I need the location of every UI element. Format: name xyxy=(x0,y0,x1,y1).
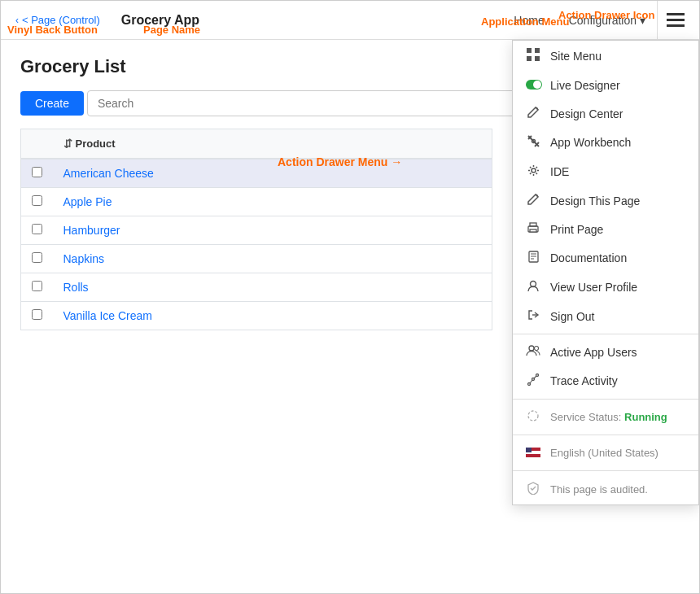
menu-item-label-view-user-profile: View User Profile xyxy=(550,281,637,294)
menu-item-documentation[interactable]: Documentation xyxy=(513,243,698,273)
flag-icon xyxy=(526,446,540,460)
svg-rect-9 xyxy=(535,56,540,61)
svg-point-11 xyxy=(533,81,541,89)
table-row: Apple Pie xyxy=(21,188,492,216)
menu-item-label-documentation: Documentation xyxy=(550,251,627,264)
row-checkbox[interactable] xyxy=(32,224,42,234)
table-row: American Cheese xyxy=(21,159,492,188)
product-link[interactable]: American Cheese xyxy=(63,167,154,180)
vinyl-back-button[interactable]: ‹ < Page (Control) xyxy=(7,11,108,29)
pencil-icon xyxy=(526,107,540,120)
product-link[interactable]: Napkins xyxy=(63,252,105,265)
create-button[interactable]: Create xyxy=(20,91,84,116)
menu-item-label-live-designer: Live Designer xyxy=(550,79,620,92)
menu-item-site-menu[interactable]: Site Menu xyxy=(513,41,698,71)
nav-home[interactable]: Home xyxy=(501,7,557,33)
toggle-icon xyxy=(526,78,540,92)
svg-point-27 xyxy=(535,347,539,351)
svg-line-31 xyxy=(530,380,532,383)
svg-rect-6 xyxy=(527,48,532,53)
nav-config-label: Configuration xyxy=(569,14,637,27)
user-icon xyxy=(526,280,540,295)
menu-item-label-trace-activity: Trace Activity xyxy=(550,374,618,387)
menu-item-active-app-users[interactable]: Active App Users xyxy=(513,338,698,366)
menu-item-app-workbench[interactable]: App Workbench xyxy=(513,128,698,157)
menu-item-label-app-workbench: App Workbench xyxy=(550,136,631,149)
menu-item-print-page[interactable]: Print Page xyxy=(513,215,698,243)
svg-rect-4 xyxy=(680,19,685,21)
product-link[interactable]: Rolls xyxy=(63,281,89,294)
table-row: Vanilla Ice Cream xyxy=(21,302,492,330)
svg-rect-37 xyxy=(526,448,532,452)
svg-point-33 xyxy=(528,411,538,421)
action-drawer-menu: Site MenuLive DesignerDesign CenterApp W… xyxy=(512,40,699,505)
row-checkbox[interactable] xyxy=(32,309,42,320)
menu-item-label-service-status: Service Status: Running xyxy=(550,411,667,423)
row-checkbox[interactable] xyxy=(32,252,42,263)
menu-item-view-user-profile[interactable]: View User Profile xyxy=(513,273,698,302)
grid-icon xyxy=(526,48,540,63)
printer-icon xyxy=(526,222,540,236)
page-name: Grocery App xyxy=(121,13,501,28)
back-btn-label: < Page (Control) xyxy=(22,14,100,26)
grocery-table: ⇵ Product American CheeseApple PieHambur… xyxy=(20,129,492,330)
svg-point-16 xyxy=(532,168,536,173)
edit-icon xyxy=(526,194,540,207)
product-link[interactable]: Vanilla Ice Cream xyxy=(63,309,152,322)
svg-rect-36 xyxy=(526,454,540,457)
topnav: ‹ < Page (Control) Grocery App Home Conf… xyxy=(1,1,699,40)
menu-item-label-language: English (United States) xyxy=(550,447,658,459)
row-checkbox[interactable] xyxy=(32,167,42,177)
product-col-label: Product xyxy=(76,138,116,150)
svg-rect-8 xyxy=(527,56,532,61)
status-icon xyxy=(526,410,540,424)
menu-item-design-center[interactable]: Design Center xyxy=(513,99,698,128)
table-row: Napkins xyxy=(21,245,492,273)
menu-item-label-site-menu: Site Menu xyxy=(550,50,602,63)
svg-point-26 xyxy=(529,346,534,351)
book-icon xyxy=(526,251,540,265)
table-row: Hamburger xyxy=(21,216,492,245)
nav-right: Home Configuration ▾ xyxy=(501,1,693,40)
search-input[interactable] xyxy=(87,90,559,116)
action-drawer-icon-button[interactable] xyxy=(657,1,693,40)
chevron-left-icon: ‹ xyxy=(15,15,19,26)
menu-item-language[interactable]: English (United States) xyxy=(513,439,698,467)
menu-item-label-design-center: Design Center xyxy=(550,107,623,120)
menu-item-label-design-this-page: Design This Page xyxy=(550,194,640,207)
users-icon xyxy=(526,345,540,359)
table-row: Rolls xyxy=(21,273,492,302)
menu-item-audited[interactable]: This page is audited. xyxy=(513,474,698,504)
gear-icon xyxy=(526,164,540,179)
menu-item-design-this-page[interactable]: Design This Page xyxy=(513,186,698,215)
nav-config-dropdown[interactable]: Configuration ▾ xyxy=(558,7,657,33)
hamburger-icon xyxy=(667,13,685,28)
product-link[interactable]: Apple Pie xyxy=(63,195,112,208)
row-checkbox[interactable] xyxy=(32,281,42,291)
svg-rect-5 xyxy=(680,24,685,27)
tools-icon xyxy=(526,135,540,150)
menu-item-label-ide: IDE xyxy=(550,165,569,178)
menu-item-label-active-app-users: Active App Users xyxy=(550,346,637,359)
product-link[interactable]: Hamburger xyxy=(63,224,120,237)
menu-item-trace-activity[interactable]: Trace Activity xyxy=(513,366,698,395)
menu-item-label-print-page: Print Page xyxy=(550,223,603,236)
chevron-down-icon: ▾ xyxy=(640,14,645,27)
row-checkbox[interactable] xyxy=(32,195,42,206)
menu-item-live-designer[interactable]: Live Designer xyxy=(513,71,698,99)
menu-item-label-sign-out: Sign Out xyxy=(550,310,594,323)
svg-line-32 xyxy=(534,376,536,378)
table-header-product[interactable]: ⇵ Product xyxy=(54,129,492,159)
svg-rect-19 xyxy=(530,229,536,232)
svg-rect-18 xyxy=(530,223,536,226)
trace-icon xyxy=(526,373,540,388)
menu-item-ide[interactable]: IDE xyxy=(513,157,698,186)
svg-rect-7 xyxy=(535,48,540,53)
sort-icon: ⇵ xyxy=(63,138,72,150)
signout-icon xyxy=(526,309,540,323)
menu-item-service-status[interactable]: Service Status: Running xyxy=(513,403,698,431)
menu-item-label-audited: This page is audited. xyxy=(550,483,648,496)
svg-rect-3 xyxy=(680,13,685,15)
shield-icon xyxy=(526,482,540,497)
menu-item-sign-out[interactable]: Sign Out xyxy=(513,302,698,330)
